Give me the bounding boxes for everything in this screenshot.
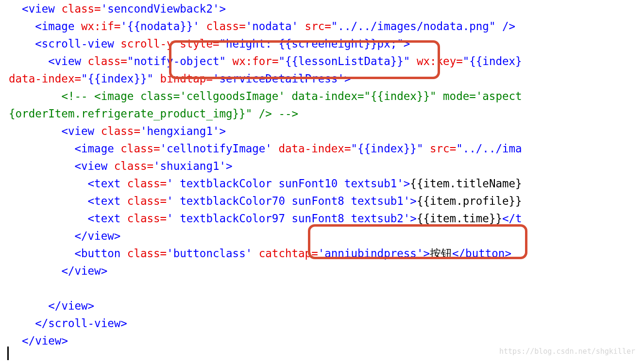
code-line: <view class='hengxiang1'> [9,125,226,137]
code-line: <view class="notify-object" wx:for="{{le… [9,55,522,67]
code-line: </scroll-view> [9,317,127,330]
code-line: <image wx:if='{{nodata}}' class='nodata'… [9,20,515,33]
code-line: </view> [9,265,107,277]
code-line: <image class='cellnotifyImage' data-inde… [9,142,522,155]
code-line: <text class=' textblackColor70 sunFont8 … [9,195,522,207]
code-line: </view> [9,299,94,312]
code-line: <text class=' textblackColor97 sunFont8 … [9,212,522,225]
watermark: https://blog.csdn.net/shgkiller [499,343,635,360]
code-line: <button class='buttonclass' catchtap='an… [9,247,511,260]
code-line: data-index="{{index}}" bindtap='serviceD… [9,72,351,85]
code-line: <view class='sencondViewback2'> [9,2,226,15]
code-line: </view> [9,334,68,347]
code-line: </view> [9,230,120,242]
code-line: <text class=' textblackColor sunFont10 t… [9,177,522,190]
text-cursor [7,347,9,360]
code-line [9,282,16,295]
code-block: <view class='sencondViewback2'> <image w… [0,0,644,349]
code-line: <scroll-view scroll-y style="height: {{s… [9,37,410,50]
code-line: <view class='shuxiang1'> [9,160,233,172]
code-line: {orderItem.refrigerate_product_img}}" />… [9,107,298,120]
code-line: <!-- <image class='cellgoodsImage' data-… [9,90,522,102]
